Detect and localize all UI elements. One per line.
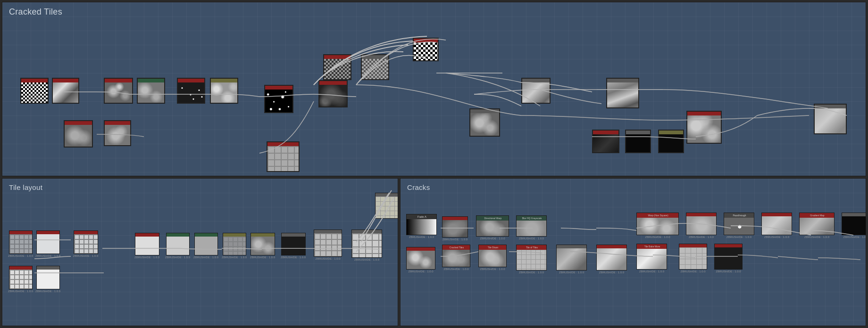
bl-node-1[interactable]: ZBRUSH/DE : 1.0.0 — [8, 230, 33, 257]
cr-node-1[interactable]: ZBRUSH/DE : 1.0.0 — [442, 216, 468, 241]
bl-node-9-label: ZBRUSH/DE : 1.0.0 — [281, 256, 306, 259]
bl-bot-node-1[interactable]: ZBRUSH/DE : 1.0.0 — [8, 266, 33, 293]
bl-bot-node-2-label: ZBRUSH/DE : 1.0.0 — [35, 290, 60, 293]
node-right-1[interactable] — [521, 78, 551, 104]
cr-bot-7-label: ZBRUSH/DE : 1.0.0 — [639, 270, 664, 273]
cracks-panel[interactable]: Cracks — [400, 178, 866, 326]
node-far-right-1[interactable] — [606, 78, 639, 108]
bl-node-5-label: ZBRUSH/DE : 1.0.0 — [165, 256, 190, 259]
cr-bot-4[interactable]: Tile of Tiles ZBRUSH/DE : 1.0.0 — [516, 245, 547, 274]
bl-node-4-label: ZBRUSH/DE : 1.0.0 — [134, 256, 159, 259]
cr-node-blur2-label: ZBRUSH/DE : 1.0.0 — [689, 236, 714, 238]
bl-node-1-label: ZBRUSH/DE : 1.0.0 — [8, 254, 33, 257]
cr-bot-7[interactable]: Tile Bake More ZBRUSH/DE : 1.0.0 — [636, 244, 667, 273]
cr-bot-6-label: ZBRUSH/DE : 1.0.0 — [599, 271, 624, 274]
node-mid-right-1[interactable] — [469, 108, 500, 137]
cr-node-gradmap-label: ZBRUSH/DE : 1.0.0 — [804, 236, 829, 238]
node-3[interactable] — [104, 78, 133, 104]
cracks-title: Cracks — [407, 183, 430, 191]
bl-node-8-label: ZBRUSH/DE : 1.0.0 — [250, 256, 275, 259]
bl-node-7-label: ZBRUSH/DE : 1.0.0 — [222, 256, 247, 259]
cr-bot-8[interactable]: ZBRUSH/DE : 1.0.0 — [679, 244, 707, 273]
cr-node-blur[interactable]: Blur HQ Grayscale ZBRUSH/DE : 1.0.0 — [516, 215, 547, 240]
cr-node-gradmap[interactable]: Gradient Map ZBRUSH/DE : 1.0.0 — [799, 213, 835, 238]
bl-node-10[interactable]: ZBRUSH/DE : 1.0.0 — [314, 230, 342, 260]
cr-bot-1-label: ZBRUSH/DE : 1.0.0 — [408, 270, 433, 273]
bl-node-4[interactable]: ZBRUSH/DE : 1.0.0 — [134, 233, 159, 259]
cr-bot-2[interactable]: Cracked Tiles ZBRUSH/DE : 1.0.0 — [442, 245, 470, 271]
cr-bot-4-label: ZBRUSH/DE : 1.0.0 — [519, 271, 544, 274]
cr-node-blend-label: ZBRUSH/DE : 1.0.0 — [764, 236, 789, 238]
cr-bot-9[interactable]: ZBRUSH/DE : 1.0.0 — [714, 244, 743, 273]
node-right-2[interactable] — [592, 130, 619, 153]
bl-tile-preview[interactable] — [375, 193, 398, 219]
cr-node-fadea[interactable]: Fade A ZBRUSH/DE : 1.0.0 — [406, 214, 437, 238]
cr-bot-3[interactable]: Tile Sham ZBRUSH/DE : 1.0.0 — [478, 245, 507, 271]
bl-node-9[interactable]: ZBRUSH/DE : 1.0.0 — [281, 233, 306, 259]
node-8[interactable] — [318, 80, 348, 107]
node-rightmost[interactable] — [814, 104, 847, 134]
top-panel[interactable]: Cracked Tiles — [2, 2, 866, 176]
cr-node-dirwarp[interactable]: Directional Warp ZBRUSH/DE : 1.0.0 — [476, 215, 509, 240]
bl-bot-node-1-label: ZBRUSH/DE : 1.0.0 — [8, 290, 33, 293]
node-upper-2[interactable] — [323, 54, 351, 80]
node-6[interactable] — [210, 78, 238, 104]
cr-bot-2-label: ZBRUSH/DE : 1.0.0 — [443, 268, 468, 271]
bl-node-6-label: ZBRUSH/DE : 1.0.0 — [193, 256, 218, 259]
node-1[interactable] — [20, 78, 49, 104]
cr-node-blend[interactable]: ZBRUSH/DE : 1.0.0 — [761, 213, 792, 238]
cr-node-blur-label: ZBRUSH/DE : 1.0.0 — [519, 237, 544, 240]
cr-node-1-label: ZBRUSH/DE : 1.0.0 — [442, 238, 467, 241]
node-7[interactable] — [264, 85, 293, 113]
cr-node-blur2[interactable]: ZBRUSH/DE : 1.0.0 — [686, 213, 717, 238]
node-5[interactable] — [177, 78, 205, 104]
bl-node-6[interactable]: ZBRUSH/DE : 1.0.0 — [193, 233, 218, 259]
node-bottom-2[interactable] — [104, 120, 131, 146]
bl-node-3[interactable]: ZBRUSH/DE : 1.0.0 — [73, 230, 98, 257]
cr-node-final-label: ZBRUSH/DE : 1.0.0 — [843, 236, 866, 238]
cr-node-dirwarp-label: ZBRUSH/DE : 1.0.0 — [480, 237, 505, 240]
tile-layout-panel[interactable]: Tile layout — [2, 178, 398, 326]
node-upper-1[interactable] — [413, 38, 439, 61]
bl-node-2-label: ZBRUSH/DE : 1.0.0 — [35, 254, 60, 257]
cr-bot-8-label: ZBRUSH/DE : 1.0.0 — [680, 270, 705, 273]
bottom-row: Tile layout — [2, 178, 866, 326]
node-right-4[interactable] — [658, 130, 684, 153]
bl-node-2[interactable]: ZBRUSH/DE : 1.0.0 — [35, 230, 60, 257]
node-2[interactable] — [52, 78, 79, 104]
bl-node-7[interactable]: ZBRUSH/DE : 1.0.0 — [222, 233, 247, 259]
bl-node-3-label: ZBRUSH/DE : 1.0.0 — [73, 254, 98, 257]
bl-node-8[interactable]: ZBRUSH/DE : 1.0.0 — [250, 233, 275, 259]
cr-bot-3-label: ZBRUSH/DE : 1.0.0 — [480, 268, 505, 271]
cr-bot-1[interactable]: ZBRUSH/DE : 1.0.0 — [406, 247, 435, 273]
node-bottom-1[interactable] — [64, 120, 93, 148]
node-upper-3[interactable] — [361, 54, 389, 80]
tile-layout-title: Tile layout — [9, 183, 42, 191]
bl-bot-node-2[interactable]: ZBRUSH/DE : 1.0.0 — [35, 266, 60, 293]
node-4[interactable] — [137, 78, 165, 104]
cr-node-pass[interactable]: Passthrough ⬤ ZBRUSH/DE : 1.0.0 — [724, 213, 754, 238]
cr-node-warpnorm[interactable]: Warp (Non Square) ZBRUSH/DE : 1.0.0 — [636, 213, 679, 238]
cr-bot-5[interactable]: ZBRUSH/DE : 1.0.0 — [556, 245, 587, 274]
bl-node-10-label: ZBRUSH/DE : 1.0.0 — [315, 257, 340, 260]
cr-bot-5-label: ZBRUSH/DE : 1.0.0 — [559, 271, 584, 274]
cr-node-warpnorm-label: ZBRUSH/DE : 1.0.0 — [645, 236, 670, 238]
cr-node-pass-label: ZBRUSH/DE : 1.0.0 — [726, 236, 751, 238]
node-far-right-2[interactable] — [686, 111, 722, 144]
bl-node-11-label: ZBRUSH/DE : 1.0.0 — [354, 258, 379, 261]
cr-bot-6[interactable]: ZBRUSH/DE : 1.0.0 — [596, 245, 627, 274]
node-fabric[interactable] — [267, 141, 300, 172]
node-right-3[interactable] — [625, 130, 651, 153]
main-container: Cracked Tiles — [0, 0, 868, 328]
cr-node-final[interactable]: ZBRUSH/DE : 1.0.0 — [842, 213, 866, 238]
top-panel-title: Cracked Tiles — [9, 7, 62, 17]
bl-node-5[interactable]: ZBRUSH/DE : 1.0.0 — [165, 233, 190, 259]
cr-fadea-label: ZBRUSH/DE : 1.0.0 — [409, 236, 434, 238]
cr-bot-9-label: ZBRUSH/DE : 1.0.0 — [716, 270, 741, 273]
bl-node-11[interactable]: ZBRUSH/DE : 1.0.0 — [351, 230, 382, 261]
